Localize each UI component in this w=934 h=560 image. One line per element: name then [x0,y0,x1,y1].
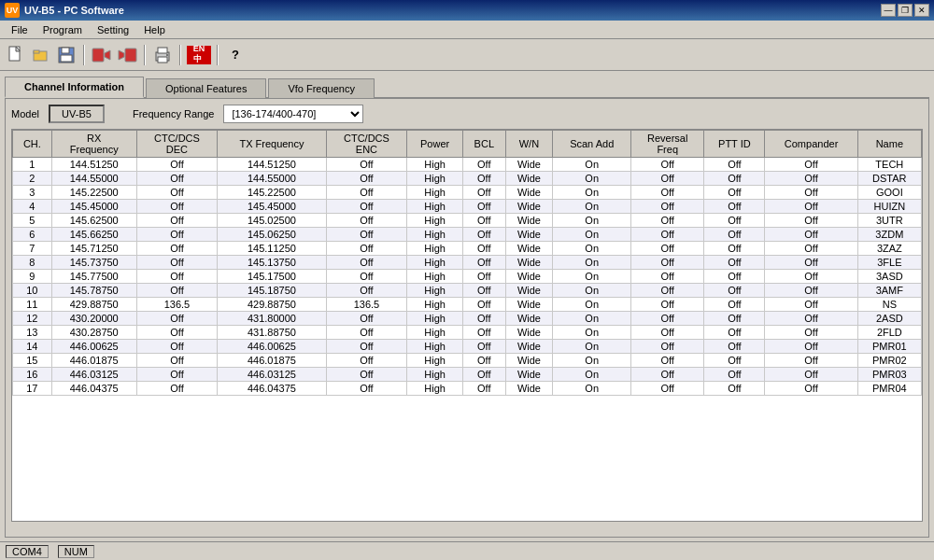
table-row[interactable]: 2144.55000Off144.55000OffHighOffWideOnOf… [13,172,922,186]
cell-rxFreq: 144.51250 [51,158,136,172]
cell-power: High [407,284,463,298]
cell-power: High [407,158,463,172]
cell-rxFreq: 429.88750 [51,298,136,312]
table-row[interactable]: 3145.22500Off145.22500OffHighOffWideOnOf… [13,186,922,200]
menu-file[interactable]: File [4,23,35,36]
cell-txFreq: 145.22500 [218,186,327,200]
col-ptt-id: PTT ID [704,131,765,158]
cell-ctcEnc: Off [326,186,406,200]
cell-ctcDec: Off [136,186,217,200]
cell-ch: 8 [13,256,52,270]
close-button[interactable]: ✕ [914,4,929,17]
cell-compander: Off [765,298,857,312]
table-row[interactable]: 5145.62500Off145.02500OffHighOffWideOnOf… [13,214,922,228]
model-row: Model UV-B5 Frequency Range [136-174/400… [11,105,923,123]
cell-ctcEnc: Off [326,256,406,270]
cell-ctcEnc: Off [326,354,406,368]
model-value: UV-B5 [49,105,105,123]
cell-txFreq: 145.02500 [218,214,327,228]
open-icon[interactable] [30,44,52,66]
table-row[interactable]: 8145.73750Off145.13750OffHighOffWideOnOf… [13,256,922,270]
cell-name: GOOI [857,186,921,200]
cell-compander: Off [765,382,857,396]
cell-ch: 17 [13,382,52,396]
menu-help[interactable]: Help [136,23,173,36]
restore-button[interactable]: ❐ [898,4,913,17]
title-bar: UV UV-B5 - PC Software — ❐ ✕ [0,0,934,21]
new-icon[interactable] [5,44,27,66]
table-row[interactable]: 17446.04375Off446.04375OffHighOffWideOnO… [13,382,922,396]
model-label: Model [11,108,39,119]
menu-program[interactable]: Program [35,23,90,36]
col-wn: W/N [505,131,553,158]
cell-rxFreq: 430.20000 [51,312,136,326]
cell-rxFreq: 145.62500 [51,214,136,228]
write-radio-icon[interactable] [116,44,138,66]
cell-txFreq: 144.55000 [218,172,327,186]
read-radio-icon[interactable] [91,44,113,66]
cell-ctcDec: Off [136,172,217,186]
cell-pttId: Off [704,326,765,340]
table-row[interactable]: 14446.00625Off446.00625OffHighOffWideOnO… [13,340,922,354]
cell-rxFreq: 446.04375 [51,382,136,396]
table-row[interactable]: 11429.88750136.5429.88750136.5HighOffWid… [13,298,922,312]
cell-wn: Wide [505,270,553,284]
svg-marker-9 [119,50,124,60]
cell-compander: Off [765,228,857,242]
cell-pttId: Off [704,340,765,354]
cell-compander: Off [765,214,857,228]
table-row[interactable]: 12430.20000Off431.80000OffHighOffWideOnO… [13,312,922,326]
cell-compander: Off [765,368,857,382]
channel-table-wrapper[interactable]: CH. RXFrequency CTC/DCSDEC TX Frequency … [11,129,923,522]
save-icon[interactable] [55,44,78,66]
table-body: 1144.51250Off144.51250OffHighOffWideOnOf… [13,158,922,396]
cell-reversalFreq: Off [631,242,704,256]
cell-txFreq: 145.45000 [218,200,327,214]
cell-ch: 1 [13,158,52,172]
cell-bcl: Off [463,256,505,270]
cell-power: High [407,270,463,284]
freq-range-select[interactable]: [136-174/400-470][136-174/450-520][140-1… [223,105,363,123]
separator1 [83,45,85,65]
print-icon[interactable] [151,44,174,66]
table-row[interactable]: 1144.51250Off144.51250OffHighOffWideOnOf… [13,158,922,172]
table-row[interactable]: 16446.03125Off446.03125OffHighOffWideOnO… [13,368,922,382]
minimize-button[interactable]: — [881,4,896,17]
cell-txFreq: 145.11250 [218,242,327,256]
tab-vfo-frequency[interactable]: Vfo Frequency [268,78,375,98]
cell-compander: Off [765,312,857,326]
tab-channel-info[interactable]: Channel Information [5,77,144,98]
col-ch: CH. [13,131,52,158]
cell-ctcEnc: Off [326,158,406,172]
help-icon[interactable]: ? [224,44,247,66]
cell-scanAdd: On [553,228,631,242]
cell-ctcEnc: Off [326,214,406,228]
table-row[interactable]: 7145.71250Off145.11250OffHighOffWideOnOf… [13,242,922,256]
table-row[interactable]: 13430.28750Off431.88750OffHighOffWideOnO… [13,326,922,340]
cell-power: High [407,228,463,242]
svg-rect-2 [34,50,39,53]
table-row[interactable]: 4145.45000Off145.45000OffHighOffWideOnOf… [13,200,922,214]
cell-reversalFreq: Off [631,186,704,200]
cell-ctcEnc: Off [326,326,406,340]
col-rx-freq: RXFrequency [51,131,136,158]
table-row[interactable]: 15446.01875Off446.01875OffHighOffWideOnO… [13,354,922,368]
status-bar: COM4 NUM [0,541,934,560]
cell-compander: Off [765,326,857,340]
cell-name: DSTAR [857,172,921,186]
cell-txFreq: 145.18750 [218,284,327,298]
col-ctc-enc: CTC/DCSENC [326,131,406,158]
tab-optional-features[interactable]: Optional Features [146,78,266,98]
cell-ctcDec: Off [136,284,217,298]
cell-pttId: Off [704,312,765,326]
menu-setting[interactable]: Setting [90,23,136,36]
table-row[interactable]: 6145.66250Off145.06250OffHighOffWideOnOf… [13,228,922,242]
cell-reversalFreq: Off [631,284,704,298]
cell-pttId: Off [704,368,765,382]
cell-rxFreq: 446.03125 [51,368,136,382]
table-row[interactable]: 10145.78750Off145.18750OffHighOffWideOnO… [13,284,922,298]
lang-icon[interactable]: EN中 [187,46,211,64]
cell-power: High [407,326,463,340]
cell-ctcDec: Off [136,158,217,172]
table-row[interactable]: 9145.77500Off145.17500OffHighOffWideOnOf… [13,270,922,284]
